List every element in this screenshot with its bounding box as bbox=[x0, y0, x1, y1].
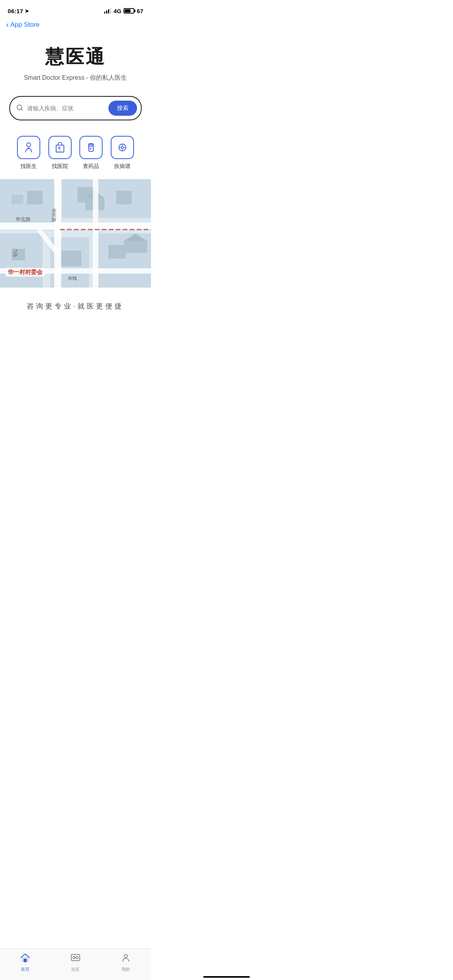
svg-text:华北路: 华北路 bbox=[15, 216, 31, 222]
search-icon bbox=[16, 104, 23, 113]
app-title: 慧医通 bbox=[9, 45, 142, 69]
disease-label: 疾病谱 bbox=[114, 163, 130, 170]
back-button[interactable]: ‹ App Store bbox=[6, 20, 39, 29]
battery-fill bbox=[125, 9, 130, 12]
status-bar: 06:17 ➤ 4G 67 bbox=[0, 0, 151, 19]
doctor-icon bbox=[17, 136, 40, 159]
quick-link-disease[interactable]: 疾病谱 bbox=[111, 136, 134, 170]
svg-text:乃路: 乃路 bbox=[12, 248, 18, 257]
svg-rect-22 bbox=[62, 179, 151, 218]
app-subtitle: Smart Doctor Express - 你的私人医生 bbox=[9, 74, 142, 82]
status-time: 06:17 ➤ bbox=[8, 8, 29, 14]
back-arrow-icon: ‹ bbox=[6, 20, 9, 29]
medicine-label: 查药品 bbox=[83, 163, 99, 170]
battery-label: 67 bbox=[137, 8, 143, 14]
svg-point-15 bbox=[121, 146, 124, 149]
svg-rect-26 bbox=[12, 195, 23, 204]
svg-rect-36 bbox=[124, 241, 147, 253]
nav-bar: ‹ App Store bbox=[0, 19, 151, 33]
search-input[interactable] bbox=[27, 105, 108, 111]
svg-rect-27 bbox=[27, 191, 43, 204]
svg-rect-12 bbox=[90, 149, 92, 149]
svg-text:布线: 布线 bbox=[68, 276, 77, 281]
main-content: 慧医通 Smart Doctor Express - 你的私人医生 搜索 bbox=[0, 33, 151, 170]
location-icon: ➤ bbox=[25, 8, 29, 14]
signal-icon bbox=[104, 8, 111, 14]
svg-rect-31 bbox=[108, 245, 126, 259]
svg-rect-13 bbox=[89, 144, 93, 146]
svg-line-1 bbox=[21, 109, 22, 110]
quick-link-medicine[interactable]: 查药品 bbox=[79, 136, 103, 170]
map-location-label: 华一村村委会 bbox=[5, 268, 45, 277]
doctor-label: 找医生 bbox=[21, 163, 37, 170]
medicine-icon bbox=[79, 136, 103, 159]
search-bar: 搜索 bbox=[9, 96, 142, 120]
slogan: 咨询更专业·就医更便捷 bbox=[0, 288, 151, 322]
svg-rect-4 bbox=[29, 147, 29, 149]
back-label: App Store bbox=[10, 21, 40, 29]
disease-icon bbox=[111, 136, 134, 159]
svg-point-2 bbox=[27, 143, 31, 147]
quick-link-doctor[interactable]: 找医生 bbox=[17, 136, 40, 170]
network-label: 4G bbox=[113, 8, 121, 14]
svg-text:华区路: 华区路 bbox=[51, 208, 57, 222]
quick-links: 找医生 找医院 bbox=[9, 136, 142, 170]
map-section[interactable]: 华北路 华区路 乃路 布线 华一村村委会 bbox=[0, 179, 151, 288]
search-button[interactable]: 搜索 bbox=[108, 101, 137, 116]
status-indicators: 4G 67 bbox=[104, 8, 143, 14]
svg-rect-8 bbox=[58, 147, 60, 148]
quick-link-hospital[interactable]: 找医院 bbox=[48, 136, 72, 170]
svg-rect-29 bbox=[116, 191, 132, 204]
battery-icon bbox=[124, 8, 134, 14]
hospital-label: 找医院 bbox=[52, 163, 68, 170]
svg-rect-37 bbox=[0, 223, 151, 230]
time-label: 06:17 bbox=[8, 8, 23, 14]
hospital-icon bbox=[48, 136, 72, 159]
